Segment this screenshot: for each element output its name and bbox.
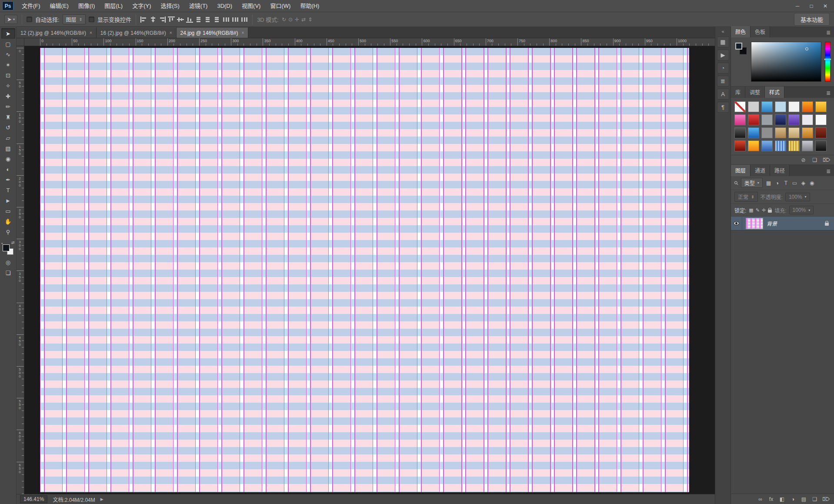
style-swatch-7[interactable] (734, 114, 746, 125)
style-swatch-11[interactable] (788, 114, 800, 125)
style-swatch-4[interactable] (788, 101, 800, 112)
style-swatch-27[interactable] (815, 140, 827, 151)
style-swatch-2[interactable] (761, 101, 773, 112)
tab-libraries[interactable]: 库 (731, 87, 745, 98)
brush-tool[interactable]: ✏ (1, 101, 15, 112)
auto-select-scope-dropdown[interactable]: 图层 ⇕ (63, 14, 86, 24)
menu-item-8[interactable]: 视图(V) (237, 0, 265, 12)
screen-mode-icon[interactable]: ❏ (1, 267, 15, 278)
panel-menu-icon[interactable]: ≣ (823, 90, 834, 98)
distribute-bottom-edges-icon[interactable] (214, 17, 220, 23)
ruler-origin-corner[interactable] (17, 38, 24, 46)
style-swatch-9[interactable] (761, 114, 773, 125)
edit-in-quick-mask-icon[interactable]: ◎ (1, 257, 15, 267)
align-vertical-centers-icon[interactable] (177, 17, 184, 23)
style-swatch-13[interactable] (815, 114, 827, 125)
tab-channels[interactable]: 通道 (751, 165, 770, 176)
tab-layers[interactable]: 图层 (731, 165, 751, 176)
style-swatch-10[interactable] (775, 114, 786, 125)
spot-healing-brush-tool[interactable]: ✚ (1, 91, 15, 101)
swap-colors-icon[interactable]: ⇄ (11, 240, 15, 245)
lock-position-icon[interactable]: ✛ (762, 207, 766, 213)
panel-menu-icon[interactable]: ≣ (823, 168, 834, 176)
clear-style-icon[interactable]: ⊘ (800, 157, 807, 163)
layer-filter-type-dropdown[interactable]: 类型 ▾ (741, 178, 763, 188)
tab-close-icon[interactable]: × (90, 30, 92, 35)
show-transform-checkbox[interactable] (89, 17, 94, 22)
style-swatch-16[interactable] (761, 127, 773, 138)
rectangular-marquee-tool[interactable]: ▢ (1, 39, 15, 49)
align-bottom-edges-icon[interactable] (186, 17, 193, 23)
auto-select-checkbox[interactable] (27, 17, 32, 22)
eraser-tool[interactable]: ▱ (1, 133, 15, 143)
history-panel-icon[interactable]: ▦ (717, 37, 729, 47)
vertical-ruler[interactable]: 050100150200250300350400450500550600650 (17, 46, 24, 494)
move-tool[interactable]: ➤ (1, 28, 15, 39)
adjustment-layer-icon[interactable]: ◑ (790, 496, 796, 502)
style-swatch-22[interactable] (748, 140, 759, 151)
visibility-toggle[interactable] (731, 217, 742, 230)
style-swatch-0[interactable] (734, 101, 746, 112)
tool-preset-picker[interactable]: ➤ ▾ (4, 15, 17, 24)
tab-close-icon[interactable]: × (170, 30, 172, 35)
pen-tool[interactable]: ✒ (1, 174, 15, 185)
filter-type-layers-icon[interactable]: T (783, 180, 789, 186)
zoom-tool[interactable]: ⚲ (1, 227, 15, 237)
tab-close-icon[interactable]: × (241, 30, 244, 35)
tab-color[interactable]: 颜色 (731, 26, 751, 37)
style-swatch-19[interactable] (802, 127, 813, 138)
align-right-edges-icon[interactable] (159, 17, 166, 23)
blur-tool[interactable]: ◉ (1, 154, 15, 164)
panel-menu-icon[interactable]: ≣ (823, 30, 834, 37)
menu-item-7[interactable]: 3D(D) (212, 0, 237, 12)
layer-thumbnail[interactable] (746, 218, 763, 229)
delete-style-icon[interactable]: ⌦ (823, 157, 830, 163)
distribute-vertical-centers-icon[interactable] (204, 17, 211, 23)
3d-roll-icon[interactable]: ⊙ (288, 17, 293, 23)
maximize-button[interactable]: □ (804, 1, 818, 11)
filter-adjustment-layers-icon[interactable]: ◑ (774, 180, 781, 186)
rectangle-tool[interactable]: ▭ (1, 206, 15, 216)
character-panel-icon[interactable]: A (717, 89, 729, 100)
align-top-edges-icon[interactable] (168, 17, 175, 23)
opacity-dropdown[interactable]: 100% ▾ (785, 193, 810, 201)
style-swatch-26[interactable] (802, 140, 813, 151)
filter-pixel-layers-icon[interactable]: ▦ (765, 180, 772, 186)
filter-smart-objects-icon[interactable]: ◈ (800, 180, 807, 186)
distribute-top-edges-icon[interactable] (195, 17, 202, 23)
align-horizontal-centers-icon[interactable] (150, 17, 157, 23)
layer-effects-icon[interactable]: fx (768, 496, 774, 502)
tab-adjustments[interactable]: 调整 (745, 87, 765, 98)
tab-styles[interactable]: 样式 (765, 87, 784, 98)
expand-panels-icon[interactable]: « (717, 28, 729, 34)
fill-dropdown[interactable]: 100% ▾ (789, 206, 814, 214)
menu-item-4[interactable]: 文字(Y) (127, 0, 156, 12)
3d-rotate-icon[interactable]: ↻ (282, 17, 286, 23)
style-swatch-18[interactable] (788, 127, 800, 138)
lasso-tool[interactable]: ∿ (1, 49, 15, 60)
distribute-left-edges-icon[interactable] (223, 17, 230, 23)
style-swatch-21[interactable] (734, 140, 746, 151)
style-swatch-14[interactable] (734, 127, 746, 138)
3d-slide-icon[interactable]: ⇄ (301, 17, 306, 23)
properties-panel-icon[interactable]: ◔ (717, 63, 729, 73)
style-swatch-25[interactable] (788, 140, 800, 151)
foreground-color[interactable] (3, 244, 10, 251)
horizontal-type-tool[interactable]: T (1, 185, 15, 195)
lock-transparent-pixels-icon[interactable]: ▦ (749, 207, 753, 213)
menu-item-1[interactable]: 编辑(E) (45, 0, 73, 12)
status-options-arrow[interactable]: ▶ (100, 497, 103, 501)
link-layers-icon[interactable]: ∞ (757, 496, 764, 502)
style-swatch-5[interactable] (802, 101, 813, 112)
minimize-button[interactable]: ─ (791, 1, 804, 11)
align-left-edges-icon[interactable] (140, 17, 147, 23)
tab-swatches[interactable]: 色板 (751, 26, 770, 37)
paragraph-panel-icon[interactable]: ¶ (717, 102, 729, 113)
add-layer-mask-icon[interactable]: ◧ (779, 496, 785, 502)
path-selection-tool[interactable]: ► (1, 195, 15, 206)
gradient-tool[interactable]: ▧ (1, 143, 15, 154)
style-swatch-8[interactable] (748, 114, 759, 125)
color-field[interactable] (751, 42, 821, 82)
close-button[interactable]: ✕ (818, 1, 832, 11)
filter-shape-layers-icon[interactable]: ▭ (791, 180, 798, 186)
